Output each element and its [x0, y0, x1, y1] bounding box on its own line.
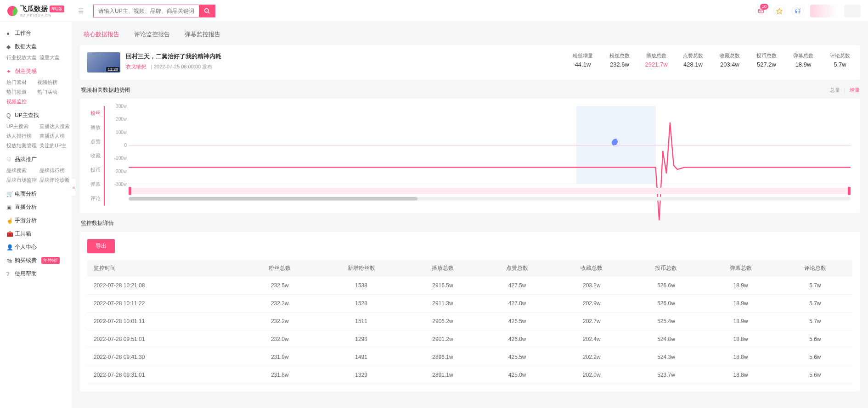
nav-使用帮助[interactable]: ?使用帮助	[0, 267, 72, 280]
sidebar-collapse-handle[interactable]: «	[72, 178, 76, 196]
subnav-热门活动[interactable]: 热门活动	[37, 89, 65, 95]
metric-tab-收藏[interactable]: 收藏	[87, 149, 104, 163]
subnav-视频热榜[interactable]: 视频热榜	[37, 79, 65, 86]
y-tick: 300w	[116, 104, 127, 109]
nav-个人中心[interactable]: 👤个人中心	[0, 240, 72, 254]
mail-button[interactable]: 10	[755, 5, 767, 17]
sidebar: ●工作台◆数据大盘行业投放大盘流量大盘✦创意灵感热门素材视频热榜热门频道热门活动…	[0, 22, 72, 408]
col-投币总数: 投币总数	[629, 260, 703, 277]
subnav-投放结案管理[interactable]: 投放结案管理	[6, 142, 37, 149]
nav-数据大盘[interactable]: ◆数据大盘	[0, 40, 72, 53]
brand-name: 飞瓜数据	[20, 5, 48, 13]
metric-tab-粉丝[interactable]: 粉丝	[87, 106, 104, 120]
table-row: 2022-07-28 09:31:01231.8w13292891.1w425.…	[87, 366, 852, 384]
main: 核心数据报告评论监控报告弹幕监控报告 11:28 回村三天，二舅治好了我的精神内…	[72, 22, 868, 408]
search-input[interactable]	[93, 5, 199, 17]
logo-icon	[7, 6, 17, 16]
search-button[interactable]	[199, 5, 215, 17]
subnav-品牌搜索[interactable]: 品牌搜索	[6, 167, 37, 174]
nav-工具箱[interactable]: 🧰工具箱	[0, 227, 72, 240]
top-bar: 飞瓜数据 B站版 BZ.FEIGUA.CN ☰ 10	[0, 0, 868, 22]
metric-tab-弹幕[interactable]: 弹幕	[87, 177, 104, 191]
chart-title: 视频相关数据趋势图	[81, 86, 130, 94]
range-slider[interactable]	[129, 188, 851, 194]
support-button[interactable]	[792, 5, 804, 17]
user-extra[interactable]	[844, 5, 861, 17]
subnav-关注的UP主[interactable]: 关注的UP主	[39, 142, 70, 149]
table-row: 2022-07-28 10:21:08232.5w15382916.5w427.…	[87, 277, 852, 295]
export-button[interactable]: 导出	[87, 239, 115, 253]
metric-tab-投币[interactable]: 投币	[87, 163, 104, 177]
chart-area: 300w200w100w0-100w-200w-300w	[105, 106, 852, 198]
slider-handle-left[interactable]	[129, 187, 131, 195]
top-right: 10	[755, 5, 861, 17]
subnav-视频监控[interactable]: 视频监控	[6, 98, 34, 105]
mode-delta[interactable]: 增量	[850, 87, 860, 93]
stat-弹幕总数: 弹幕总数18.9w	[791, 52, 816, 68]
chart-plot[interactable]	[129, 106, 851, 184]
search	[93, 5, 215, 17]
metric-tab-播放[interactable]: 播放	[87, 120, 104, 134]
subnav-行业投放大盘[interactable]: 行业投放大盘	[6, 54, 37, 61]
subnav-品牌市场监控[interactable]: 品牌市场监控	[6, 177, 37, 184]
star-icon	[776, 8, 783, 14]
table-row: 2022-07-28 09:41:30231.9w14912896.1w425.…	[87, 348, 852, 366]
subnav-直播达人搜索[interactable]: 直播达人搜索	[39, 123, 70, 130]
mode-total[interactable]: 总量	[830, 87, 840, 93]
search-icon	[204, 8, 210, 14]
video-stats: 粉丝增量44.1w粉丝总数232.6w播放总数2921.7w点赞总数428.1w…	[570, 52, 852, 68]
subnav-热门频道[interactable]: 热门频道	[6, 89, 34, 95]
nav-创意灵感[interactable]: ✦创意灵感	[0, 65, 72, 78]
logo[interactable]: 飞瓜数据 B站版 BZ.FEIGUA.CN	[7, 5, 64, 17]
video-thumbnail[interactable]: 11:28	[87, 52, 120, 73]
col-监控时间: 监控时间	[87, 260, 242, 277]
detail-card: 导出 监控时间粉丝总数新增粉丝数播放总数点赞总数收藏总数投币总数弹幕总数评论总数…	[80, 232, 860, 391]
subnav-品牌评论诊断[interactable]: 品牌评论诊断	[39, 177, 70, 184]
subnav-达人排行榜[interactable]: 达人排行榜	[6, 133, 37, 140]
slider-handle-right[interactable]	[848, 187, 851, 195]
chart-line	[129, 106, 851, 229]
nav-工作台[interactable]: ●工作台	[0, 27, 72, 40]
nav-icon: ?	[6, 271, 12, 277]
nav-电商分析[interactable]: 🛒电商分析	[0, 187, 72, 201]
tab-评论监控报告[interactable]: 评论监控报告	[134, 30, 170, 39]
brand-badge: B站版	[50, 6, 64, 12]
video-duration: 11:28	[106, 67, 119, 72]
nav-UP主查找[interactable]: QUP主查找	[0, 109, 72, 122]
video-summary-card: 11:28 回村三天，二舅治好了我的精神内耗 衣戈猜想 | 2022-07-25…	[80, 45, 860, 80]
nav-手游分析[interactable]: ☝手游分析	[0, 214, 72, 227]
col-新增粉丝数: 新增粉丝数	[317, 260, 406, 277]
nav-icon: ♡	[6, 156, 12, 163]
headset-icon	[795, 8, 801, 14]
nav-品牌推广[interactable]: ♡品牌推广	[0, 153, 72, 166]
metric-tab-评论[interactable]: 评论	[87, 191, 104, 206]
metric-tab-点赞[interactable]: 点赞	[87, 134, 104, 149]
table-row: 2022-07-28 09:51:01232.0w12982901.2w426.…	[87, 330, 852, 348]
tab-弹幕监控报告[interactable]: 弹幕监控报告	[185, 30, 220, 39]
nav-icon: ✦	[6, 68, 12, 75]
chart-scrollbar[interactable]	[129, 197, 851, 201]
avatar[interactable]	[810, 5, 838, 17]
subnav-品牌排行榜[interactable]: 品牌排行榜	[39, 167, 70, 174]
promo-badge: 年付6折	[41, 257, 60, 264]
svg-marker-3	[777, 8, 782, 14]
video-title[interactable]: 回村三天，二舅治好了我的精神内耗	[126, 52, 570, 61]
nav-icon: ☝	[6, 218, 12, 224]
subnav-热门素材[interactable]: 热门素材	[6, 79, 34, 86]
sidebar-toggle-icon[interactable]: ☰	[78, 7, 84, 15]
table-row: 2022-07-28 10:01:11232.2w15112906.2w426.…	[87, 313, 852, 330]
stat-粉丝增量: 粉丝增量44.1w	[570, 52, 595, 68]
subnav-直播达人榜[interactable]: 直播达人榜	[39, 133, 70, 140]
col-粉丝总数: 粉丝总数	[242, 260, 317, 277]
detail-table: 监控时间粉丝总数新增粉丝数播放总数点赞总数收藏总数投币总数弹幕总数评论总数 20…	[87, 260, 852, 384]
y-tick: -300w	[114, 182, 127, 187]
subnav-UP主搜索[interactable]: UP主搜索	[6, 123, 37, 130]
star-button[interactable]	[773, 5, 785, 17]
video-author[interactable]: 衣戈猜想	[126, 64, 146, 69]
nav-购买续费[interactable]: 🛍购买续费年付6折	[0, 254, 72, 267]
subnav-流量大盘[interactable]: 流量大盘	[39, 54, 65, 61]
tab-核心数据报告[interactable]: 核心数据报告	[84, 30, 119, 39]
video-publish: | 2022-07-25 08:00:00 发布	[151, 64, 212, 69]
scrollbar-thumb[interactable]	[129, 197, 417, 201]
nav-直播分析[interactable]: ▣直播分析	[0, 201, 72, 214]
